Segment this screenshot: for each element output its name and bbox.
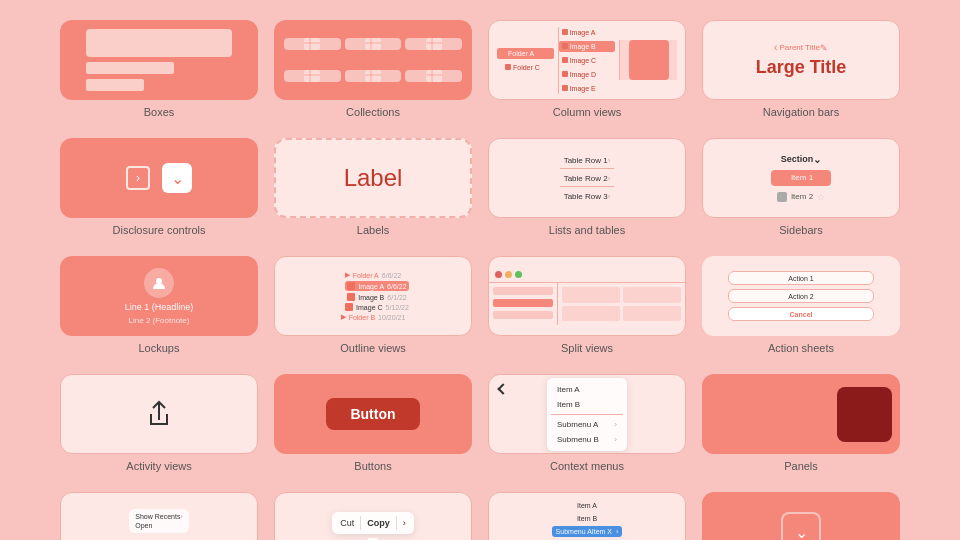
dock-menu: Show Recents › Open [129, 509, 188, 533]
label-demo: Label [344, 164, 403, 192]
grid-item-split-views: Split views [488, 256, 686, 354]
cursor-icon [497, 383, 508, 394]
grid-item-disclosure-controls: › ⌄ Disclosure controls [60, 138, 258, 236]
grid-item-lists-tables: Table Row 1 › Table Row 2 › Table Row 3 … [488, 138, 686, 236]
column-views-label: Column views [553, 106, 621, 118]
lockups-label: Lockups [139, 342, 180, 354]
split-card[interactable] [488, 256, 686, 336]
context-menu-submenu: Submenu B [551, 432, 623, 447]
dock-card[interactable]: Show Recents › Open [60, 492, 258, 540]
activity-card[interactable] [60, 374, 258, 454]
outline-row: Image C 5/12/22 [345, 303, 409, 311]
grid-item-context-menus: Item A Item B Submenu A Submenu B Contex… [488, 374, 686, 472]
menu-item-highlighted: Submenu A Item X › [552, 526, 623, 537]
buttons-card[interactable]: Button [274, 374, 472, 454]
navbars-card[interactable]: ‹ Parent Title ✎ Large Title [702, 20, 900, 100]
sidebar-item-2[interactable]: Item 2 ☆ [771, 189, 831, 205]
grid-item-menus: Item A Item B Submenu A Item X › Submenu… [488, 492, 686, 540]
component-grid: Boxes Collections Folder A Folder C [0, 0, 960, 540]
menu-separator [396, 516, 397, 530]
outline-row: ▶ Folder A 6/6/22 [345, 271, 402, 279]
action-card[interactable]: Action 1 Action 2 Cancel [702, 256, 900, 336]
collections-label: Collections [346, 106, 400, 118]
button-demo[interactable]: Button [326, 398, 419, 430]
colview-card[interactable]: Folder A Folder C Image A Image B Image … [488, 20, 686, 100]
grid-item-color-wells: ⌄ Color wells [702, 492, 900, 540]
grid-item-panels: Panels [702, 374, 900, 472]
svg-rect-15 [426, 70, 442, 82]
context-card[interactable]: Item A Item B Submenu A Submenu B [488, 374, 686, 454]
labels-card[interactable]: Label [274, 138, 472, 218]
context-menu-item: Item B [551, 397, 623, 412]
lockup-headline: Line 1 (Headline) [125, 302, 194, 312]
disclosure-chevron-fill[interactable]: ⌄ [162, 163, 192, 193]
grid-item-lockups: Line 1 (Headline) Line 2 (Footnote) Lock… [60, 256, 258, 354]
dock-menu-item: Show Recents › [135, 512, 182, 521]
edit-menu: Cut Copy › [332, 512, 414, 534]
menu-item: Item B [573, 513, 601, 524]
buttons-label: Buttons [354, 460, 391, 472]
grid-item-navigation-bars: ‹ Parent Title ✎ Large Title Navigation … [702, 20, 900, 118]
lists-tables-label: Lists and tables [549, 224, 625, 236]
share-icon [143, 398, 175, 430]
list-row: Table Row 2 › [560, 171, 615, 187]
outline-row-selected: Image A 6/6/22 [345, 281, 408, 291]
color-well[interactable]: ⌄ [781, 512, 821, 540]
nav-large-title: Large Title [756, 57, 847, 78]
context-menu-item: Item A [551, 382, 623, 397]
navigation-bars-label: Navigation bars [763, 106, 839, 118]
action-sheets-label: Action sheets [768, 342, 834, 354]
outline-card[interactable]: ▶ Folder A 6/6/22 Image A 6/6/22 Image B… [274, 256, 472, 336]
sidebars-label: Sidebars [779, 224, 822, 236]
collections-card[interactable] [274, 20, 472, 100]
lockups-card[interactable]: Line 1 (Headline) Line 2 (Footnote) [60, 256, 258, 336]
grid-item-column-views: Folder A Folder C Image A Image B Image … [488, 20, 686, 118]
outline-views-label: Outline views [340, 342, 405, 354]
sidebars-card[interactable]: Section ⌄ Item 1 ☆ Item 2 ☆ [702, 138, 900, 218]
list-row: Table Row 1 › [560, 153, 615, 169]
colorwell-card[interactable]: ⌄ [702, 492, 900, 540]
grid-item-sidebars: Section ⌄ Item 1 ☆ Item 2 ☆ Sidebars [702, 138, 900, 236]
panels-card[interactable] [702, 374, 900, 454]
action-btn-1[interactable]: Action 1 [728, 271, 874, 285]
outline-row: ▶ Folder B 10/20/21 [341, 313, 406, 321]
activity-views-label: Activity views [126, 460, 191, 472]
context-menus-label: Context menus [550, 460, 624, 472]
sidebar-icon-2 [777, 192, 787, 202]
svg-rect-3 [365, 38, 381, 50]
sidebar-icon-1 [777, 173, 787, 183]
menu-item: Item A [573, 500, 601, 511]
outline-row: Image B 6/1/22 [347, 293, 407, 301]
panel-inner [837, 387, 892, 442]
panels-label: Panels [784, 460, 818, 472]
star-icon: ☆ [817, 173, 825, 183]
parent-title: Parent Title [779, 43, 819, 52]
disclosure-chevron[interactable]: › [126, 166, 150, 190]
action-btn-2[interactable]: Action 2 [728, 289, 874, 303]
more-item: › [403, 518, 406, 528]
svg-rect-12 [365, 70, 381, 82]
grid-item-labels: Label Labels [274, 138, 472, 236]
split-views-label: Split views [561, 342, 613, 354]
grid-item-activity-views: Activity views [60, 374, 258, 472]
sidebar-item-1[interactable]: Item 1 ☆ [771, 170, 831, 186]
chevron-down-icon: ⌄ [795, 523, 808, 541]
cut-item: Cut [340, 518, 354, 528]
action-cancel-btn[interactable]: Cancel [728, 307, 874, 321]
boxes-label: Boxes [144, 106, 175, 118]
menus-card[interactable]: Item A Item B Submenu A Item X › Submenu… [488, 492, 686, 540]
dock-menu-item: Open [135, 521, 182, 530]
sidebar-section-header: Section ⌄ [777, 152, 826, 167]
svg-rect-0 [304, 38, 320, 50]
disclosure-card[interactable]: › ⌄ [60, 138, 258, 218]
lockup-footnote: Line 2 (Footnote) [129, 316, 190, 325]
list-row: Table Row 3 › [560, 189, 615, 204]
lockup-avatar [144, 268, 174, 298]
lists-card[interactable]: Table Row 1 › Table Row 2 › Table Row 3 … [488, 138, 686, 218]
edit-card[interactable]: Cut Copy › [274, 492, 472, 540]
context-menu-submenu: Submenu A [551, 417, 623, 432]
grid-item-outline-views: ▶ Folder A 6/6/22 Image A 6/6/22 Image B… [274, 256, 472, 354]
svg-rect-9 [304, 70, 320, 82]
boxes-card[interactable] [60, 20, 258, 100]
copy-item: Copy [367, 518, 390, 528]
